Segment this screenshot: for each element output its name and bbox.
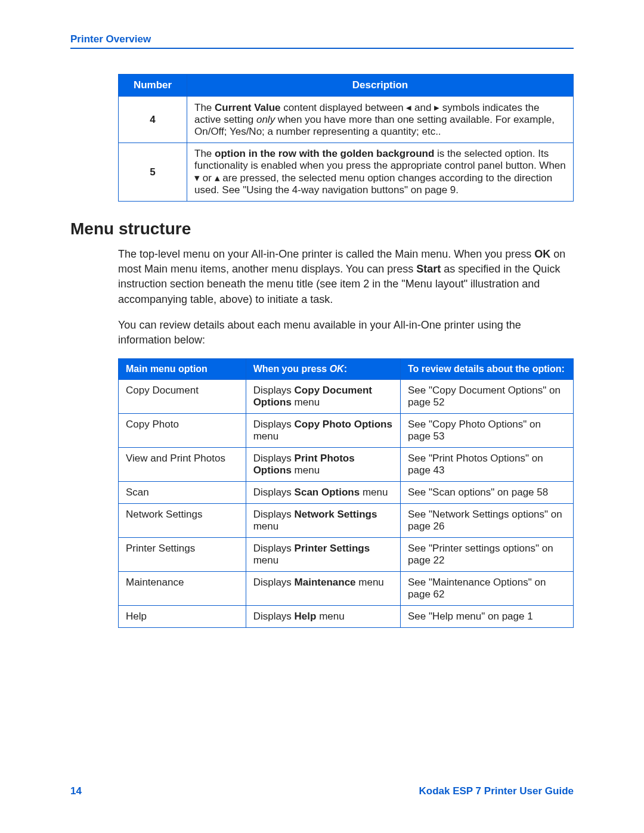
- content-area: Number Description 4 The Current Value c…: [118, 74, 574, 628]
- cell-when-press-ok: Displays Network Settings menu: [246, 504, 400, 538]
- cell-when-press-ok: Displays Copy Document Options menu: [246, 380, 400, 414]
- cell-main-menu-option: Copy Document: [119, 380, 246, 414]
- th-description: Description: [187, 75, 574, 97]
- table-row: Printer SettingsDisplays Printer Setting…: [119, 538, 574, 572]
- cell-number: 5: [119, 143, 187, 202]
- cell-when-press-ok: Displays Print Photos Options menu: [246, 448, 400, 482]
- cell-main-menu-option: View and Print Photos: [119, 448, 246, 482]
- cell-when-press-ok: Displays Maintenance menu: [246, 572, 400, 606]
- table-row: View and Print PhotosDisplays Print Phot…: [119, 448, 574, 482]
- th-when-press-ok: When you press OK:: [246, 359, 400, 380]
- cell-main-menu-option: Scan: [119, 482, 246, 504]
- document-page: Printer Overview Number Description 4 Th…: [0, 0, 644, 833]
- cell-review-details: See "Copy Photo Options" on page 53: [401, 414, 574, 448]
- cell-description: The option in the row with the golden ba…: [187, 143, 574, 202]
- section-heading: Menu structure: [70, 219, 574, 239]
- table-row: 5 The option in the row with the golden …: [119, 143, 574, 202]
- page-footer: 14 Kodak ESP 7 Printer User Guide: [70, 785, 574, 797]
- number-description-table: Number Description 4 The Current Value c…: [118, 74, 574, 202]
- cell-review-details: See "Print Photos Options" on page 43: [401, 448, 574, 482]
- cell-description: The Current Value content displayed betw…: [187, 97, 574, 143]
- menu-structure-table: Main menu option When you press OK: To r…: [118, 358, 574, 628]
- th-number: Number: [119, 75, 187, 97]
- cell-review-details: See "Help menu" on page 1: [401, 606, 574, 628]
- table-row: MaintenanceDisplays Maintenance menuSee …: [119, 572, 574, 606]
- cell-number: 4: [119, 97, 187, 143]
- cell-review-details: See "Maintenance Options" on page 62: [401, 572, 574, 606]
- cell-when-press-ok: Displays Copy Photo Options menu: [246, 414, 400, 448]
- table-row: Copy DocumentDisplays Copy Document Opti…: [119, 380, 574, 414]
- table-row: Copy PhotoDisplays Copy Photo Options me…: [119, 414, 574, 448]
- table-row: 4 The Current Value content displayed be…: [119, 97, 574, 143]
- cell-review-details: See "Copy Document Options" on page 52: [401, 380, 574, 414]
- paragraph: The top-level menu on your All-in-One pr…: [118, 247, 574, 307]
- cell-main-menu-option: Printer Settings: [119, 538, 246, 572]
- table-row: ScanDisplays Scan Options menuSee "Scan …: [119, 482, 574, 504]
- footer-title: Kodak ESP 7 Printer User Guide: [419, 785, 574, 797]
- cell-when-press-ok: Displays Printer Settings menu: [246, 538, 400, 572]
- table-row: Network SettingsDisplays Network Setting…: [119, 504, 574, 538]
- cell-main-menu-option: Copy Photo: [119, 414, 246, 448]
- cell-main-menu-option: Network Settings: [119, 504, 246, 538]
- cell-review-details: See "Network Settings options" on page 2…: [401, 504, 574, 538]
- paragraph: You can review details about each menu a…: [118, 318, 574, 348]
- cell-review-details: See "Scan options" on page 58: [401, 482, 574, 504]
- table-row: HelpDisplays Help menuSee "Help menu" on…: [119, 606, 574, 628]
- cell-when-press-ok: Displays Scan Options menu: [246, 482, 400, 504]
- page-number: 14: [70, 785, 82, 797]
- th-main-menu-option: Main menu option: [119, 359, 246, 380]
- cell-when-press-ok: Displays Help menu: [246, 606, 400, 628]
- cell-main-menu-option: Maintenance: [119, 572, 246, 606]
- th-review-details: To review details about the option:: [401, 359, 574, 380]
- page-header: Printer Overview: [70, 33, 574, 49]
- cell-main-menu-option: Help: [119, 606, 246, 628]
- cell-review-details: See "Printer settings options" on page 2…: [401, 538, 574, 572]
